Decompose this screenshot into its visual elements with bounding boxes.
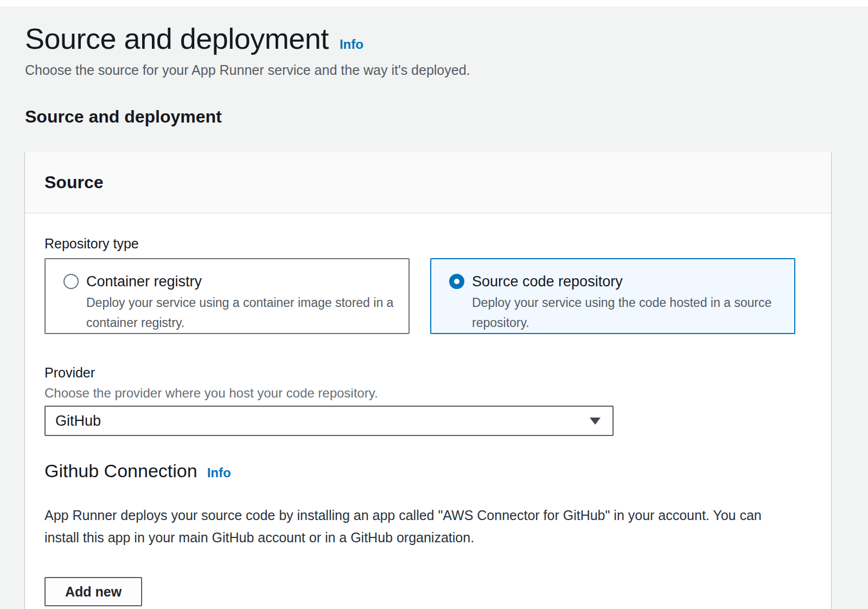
radio-card-label: Container registry: [86, 272, 202, 291]
source-card-header: Source: [25, 152, 831, 214]
repository-type-options: Container registry Deploy your service u…: [44, 258, 812, 334]
radio-line: Source code repository: [449, 272, 778, 291]
github-connection-description: App Runner deploys your source code by i…: [44, 504, 812, 549]
page-header: Source and deployment Info: [25, 21, 831, 56]
page-title: Source and deployment: [25, 21, 329, 56]
github-connection-info-link[interactable]: Info: [207, 465, 231, 480]
caret-down-icon: [590, 418, 601, 425]
page-title-info-link[interactable]: Info: [340, 37, 363, 52]
source-card: Source Repository type Container registr…: [25, 152, 831, 609]
repository-type-label: Repository type: [44, 235, 812, 252]
provider-select[interactable]: GitHub: [44, 406, 614, 436]
radio-card-source-code-repository[interactable]: Source code repository Deploy your servi…: [430, 258, 795, 334]
radio-card-label: Source code repository: [472, 272, 623, 291]
github-connection-heading: Github Connection: [44, 459, 197, 483]
github-connection-header: Github Connection Info: [44, 459, 812, 483]
provider-description: Choose the provider where you host your …: [44, 385, 812, 401]
add-new-button[interactable]: Add new: [44, 577, 142, 606]
radio-card-description: Deploy your service using a container im…: [86, 293, 392, 333]
provider-selected-value: GitHub: [55, 413, 101, 429]
main-content: Source and deployment Info Choose the so…: [25, 21, 831, 609]
source-card-body: Repository type Container registry Deplo…: [25, 214, 831, 609]
page-subtitle: Choose the source for your App Runner se…: [25, 62, 831, 78]
source-card-title: Source: [44, 171, 812, 193]
provider-label: Provider: [44, 364, 812, 381]
radio-unselected-icon[interactable]: [63, 274, 79, 289]
radio-line: Container registry: [63, 272, 392, 291]
radio-card-description: Deploy your service using the code hoste…: [472, 293, 778, 333]
top-strip: [0, 0, 868, 7]
radio-selected-icon[interactable]: [449, 274, 464, 289]
radio-card-container-registry[interactable]: Container registry Deploy your service u…: [44, 258, 410, 334]
section-heading: Source and deployment: [25, 106, 831, 127]
provider-field: Provider Choose the provider where you h…: [44, 364, 812, 436]
